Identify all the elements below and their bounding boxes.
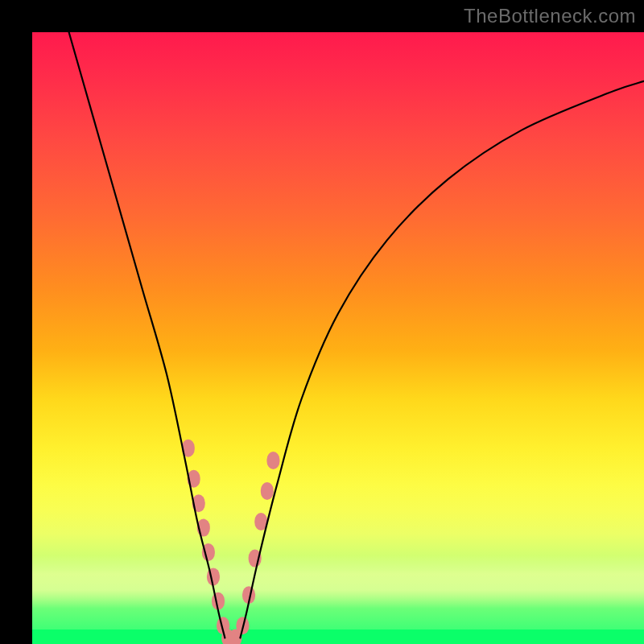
marker-point: [266, 452, 279, 469]
chart-canvas: TheBottleneck.com: [0, 0, 644, 644]
right-curve: [240, 81, 644, 638]
watermark-text: TheBottleneck.com: [464, 5, 636, 27]
marker-group: [182, 440, 280, 644]
curves-svg: [32, 32, 644, 644]
marker-point: [261, 482, 274, 500]
left-curve: [69, 32, 225, 638]
plot-area: [32, 32, 644, 644]
